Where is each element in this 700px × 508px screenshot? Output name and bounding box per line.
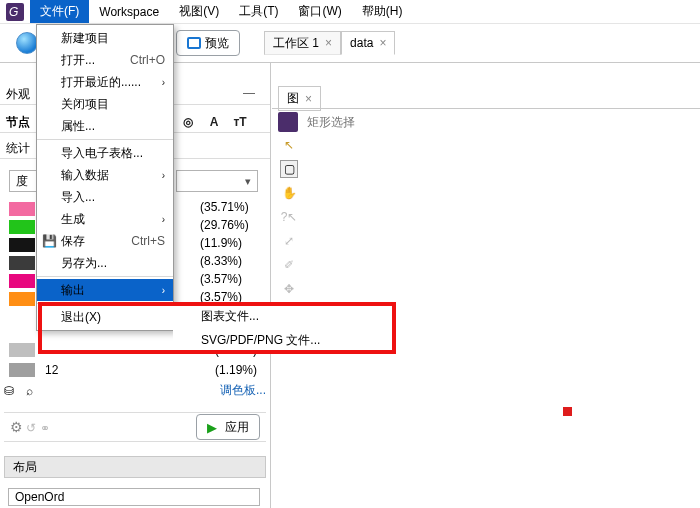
file-menu: 新建项目 打开...Ctrl+O 打开最近的......› 关闭项目 属性...… bbox=[36, 24, 174, 331]
menu-generate[interactable]: 生成› bbox=[37, 208, 173, 230]
database-icon[interactable]: ⛁ bbox=[4, 384, 14, 398]
color-swatch bbox=[9, 220, 35, 234]
menu-workspace[interactable]: Workspace bbox=[89, 2, 169, 22]
menu-export-chart-file[interactable]: 图表文件... bbox=[173, 304, 393, 328]
funnel-icon[interactable]: ⌕ bbox=[26, 384, 33, 398]
color-swatch bbox=[9, 343, 35, 357]
rank-percent: (35.71%) bbox=[200, 200, 249, 218]
appearance-panel-title: 外观 bbox=[6, 86, 30, 103]
color-rank-row[interactable]: 12(1.19%) bbox=[9, 360, 265, 380]
apply-label: 应用 bbox=[225, 419, 249, 436]
menu-save-as[interactable]: 另存为... bbox=[37, 252, 173, 274]
app-logo: G bbox=[6, 3, 24, 21]
tab-workspace-1[interactable]: 工作区 1 × bbox=[264, 31, 341, 55]
menu-close-project[interactable]: 关闭项目 bbox=[37, 93, 173, 115]
rank-percent: (3.57%) bbox=[200, 272, 249, 290]
preview-button[interactable]: 预览 bbox=[176, 30, 240, 56]
menu-view[interactable]: 视图(V) bbox=[169, 0, 229, 23]
rank-count: 12 bbox=[45, 363, 59, 377]
degree-combo[interactable]: ▾ bbox=[176, 170, 258, 192]
color-swatch bbox=[9, 202, 35, 216]
appearance-toolbar: ◎ A тT bbox=[178, 112, 250, 132]
degree-label: 度 bbox=[9, 170, 37, 192]
menu-properties[interactable]: 属性... bbox=[37, 115, 173, 137]
gephi-logo-icon bbox=[278, 112, 298, 132]
apply-button[interactable]: ▶ 应用 bbox=[196, 414, 260, 440]
workspace-tabs: 工作区 1 × data × bbox=[264, 31, 395, 55]
sizer-tool-icon[interactable]: ⤢ bbox=[280, 232, 298, 250]
tab-label: 工作区 1 bbox=[273, 35, 319, 52]
color-swatch bbox=[9, 274, 35, 288]
close-icon[interactable]: × bbox=[379, 36, 386, 50]
menu-import[interactable]: 导入... bbox=[37, 186, 173, 208]
marquee-tool-icon[interactable]: ▢ bbox=[280, 160, 298, 178]
pointer-tool-icon[interactable]: ↖ bbox=[280, 136, 298, 154]
menu-window[interactable]: 窗口(W) bbox=[288, 0, 351, 23]
menu-import-data[interactable]: 输入数据› bbox=[37, 164, 173, 186]
color-swatch bbox=[9, 256, 35, 270]
menu-tools[interactable]: 工具(T) bbox=[229, 0, 288, 23]
rank-percent: (8.33%) bbox=[200, 254, 249, 272]
text-size-icon[interactable]: тT bbox=[230, 112, 250, 132]
gear-icon[interactable]: ⚙ bbox=[10, 419, 23, 435]
color-rank-percent: (35.71%)(29.76%)(11.9%)(8.33%)(3.57%)(3.… bbox=[200, 200, 249, 308]
letter-a-icon[interactable]: A bbox=[204, 112, 224, 132]
menu-file[interactable]: 文件(F) bbox=[30, 0, 89, 23]
menu-open-recent[interactable]: 打开最近的......› bbox=[37, 71, 173, 93]
menu-new-project[interactable]: 新建项目 bbox=[37, 27, 173, 49]
menu-export[interactable]: 输出› bbox=[37, 279, 173, 301]
menu-export-svg-pdf-png[interactable]: SVG/PDF/PNG 文件... bbox=[173, 328, 393, 352]
menu-exit[interactable]: 退出(X) bbox=[37, 306, 173, 328]
rank-percent: (11.9%) bbox=[200, 236, 249, 254]
stats-heading[interactable]: 统计 bbox=[6, 140, 30, 157]
chevron-down-icon: ▾ bbox=[245, 175, 251, 188]
export-submenu: 图表文件... SVG/PDF/PNG 文件... bbox=[173, 302, 393, 354]
apply-row: ⚙ ↺ ⚭ ▶ 应用 bbox=[4, 412, 266, 442]
query-tool-icon[interactable]: ?↖ bbox=[280, 208, 298, 226]
brush-tool-icon[interactable]: ✐ bbox=[280, 256, 298, 274]
preview-label: 预览 bbox=[205, 35, 229, 52]
play-icon: ▶ bbox=[207, 420, 217, 435]
graph-toolstrip: ↖ ▢ ✋ ?↖ ⤢ ✐ ✥ ◯ bbox=[278, 136, 300, 322]
color-swatch bbox=[9, 363, 35, 377]
hand-tool-icon[interactable]: ✋ bbox=[280, 184, 298, 202]
reset-icon[interactable]: ↺ bbox=[26, 421, 36, 435]
graph-node bbox=[563, 407, 572, 416]
menubar: G 文件(F) Workspace 视图(V) 工具(T) 窗口(W) 帮助(H… bbox=[0, 0, 700, 24]
menu-open[interactable]: 打开...Ctrl+O bbox=[37, 49, 173, 71]
minimize-icon[interactable]: — bbox=[238, 86, 260, 100]
svg-text:G: G bbox=[9, 5, 18, 19]
color-swatch bbox=[9, 292, 35, 306]
rect-select-label: 矩形选择 bbox=[307, 114, 355, 131]
rank-percent: (29.76%) bbox=[200, 218, 249, 236]
palette-link[interactable]: 调色板... bbox=[220, 382, 266, 399]
color-swatch bbox=[9, 238, 35, 252]
filter-row: ⛁ ⌕ 调色板... bbox=[4, 382, 266, 399]
layout-panel-header[interactable]: 布局 bbox=[4, 456, 266, 478]
link-icon[interactable]: ⚭ bbox=[40, 421, 50, 435]
pan-tool-icon[interactable]: ✥ bbox=[280, 280, 298, 298]
tab-data[interactable]: data × bbox=[341, 31, 395, 55]
tab-label: data bbox=[350, 36, 373, 50]
nodes-heading[interactable]: 节点 bbox=[6, 114, 30, 131]
overview-icon[interactable] bbox=[16, 32, 38, 54]
disc-icon[interactable]: ◎ bbox=[178, 112, 198, 132]
menu-import-spreadsheet[interactable]: 导入电子表格... bbox=[37, 142, 173, 164]
menu-help[interactable]: 帮助(H) bbox=[352, 0, 413, 23]
menu-save[interactable]: 💾保存Ctrl+S bbox=[37, 230, 173, 252]
close-icon[interactable]: × bbox=[325, 36, 332, 50]
monitor-icon bbox=[187, 37, 201, 49]
rank-percent: (1.19%) bbox=[215, 363, 257, 377]
vertical-divider bbox=[270, 62, 271, 508]
save-icon: 💾 bbox=[41, 234, 57, 248]
layout-algo-combo[interactable]: OpenOrd bbox=[8, 488, 260, 506]
tab-label: 图 bbox=[287, 90, 299, 107]
close-icon[interactable]: × bbox=[305, 92, 312, 106]
